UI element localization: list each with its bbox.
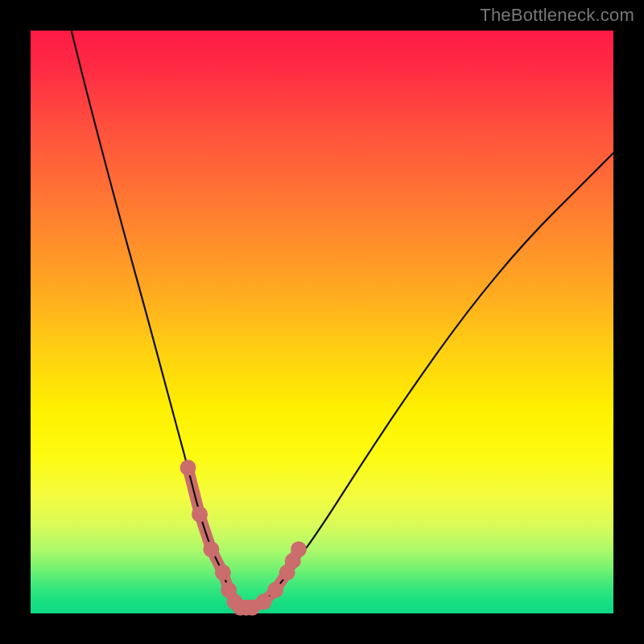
watermark-text: TheBottleneck.com	[480, 5, 634, 26]
bottleneck-beads	[180, 460, 308, 616]
bead-point	[192, 506, 208, 522]
chart-frame: TheBottleneck.com	[0, 0, 644, 644]
bead-point	[215, 564, 231, 580]
bead-point	[203, 541, 219, 557]
bead-point	[291, 541, 307, 557]
bottleneck-curve	[72, 31, 613, 608]
plot-area	[31, 31, 613, 613]
bead-point	[256, 594, 272, 610]
curve-layer	[31, 31, 613, 613]
bead-point	[267, 582, 283, 598]
bead-point	[180, 460, 196, 476]
